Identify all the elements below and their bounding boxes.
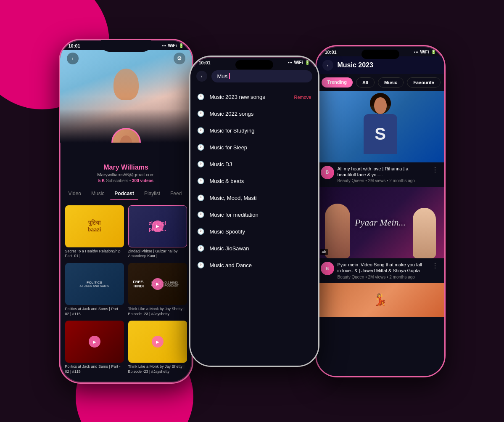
phones-container: 10:01 ▪▪▪ WiFi 🔋 ‹ ⚙ ✎ M <box>0 0 504 422</box>
view-count-2: 2M views <box>368 275 386 279</box>
suggestion-text-1: Music 2023 new songs <box>210 94 265 100</box>
chip-music[interactable]: Music <box>378 77 404 88</box>
music-header: ‹ Music 2023 <box>317 56 444 74</box>
search-suggestion-1[interactable]: 🕐 Music 2023 new songs Remove <box>190 89 318 106</box>
more-options-2[interactable]: ⋮ <box>430 262 440 279</box>
video-title-2: Pyar mein |Video Song that make you fall… <box>338 262 427 274</box>
history-icon-4: 🕐 <box>197 144 205 151</box>
tab-music[interactable]: Music <box>87 187 108 200</box>
play-button-6[interactable]: ▶ <box>152 336 164 348</box>
chip-favourite[interactable]: Favourite <box>407 77 441 88</box>
music-back-button[interactable]: ‹ <box>322 60 333 71</box>
search-suggestion-8[interactable]: 🕐 Music for meditation <box>190 207 318 223</box>
video-info-2: B Pyar mein |Video Song that make you fa… <box>317 258 444 283</box>
music-back-icon: ‹ <box>327 63 329 68</box>
profile-back-button[interactable]: ‹ <box>67 53 79 64</box>
podcast-card-1[interactable]: पुटियाbaazi Secret To a Healthy Relation… <box>65 205 124 259</box>
search-suggestion-2[interactable]: 🕐 Music 2022 songs <box>190 106 318 122</box>
channel-avatar-2: B <box>321 262 334 275</box>
music-screen: ‹ Music 2023 Trending All Music Favourit… <box>317 56 444 377</box>
podcast-card-5[interactable]: ▶ Politics at Jack and Sams | Part - 02 … <box>65 321 124 374</box>
podcast-title-4: Think Like a Monk by Jay Shetty | Episod… <box>128 307 187 316</box>
status-icons-1: ▪▪▪ WiFi 🔋 <box>162 43 184 48</box>
search-suggestion-5[interactable]: 🕐 Music DJ <box>190 156 318 173</box>
wifi-icon-1: WiFi <box>168 43 177 48</box>
chip-all[interactable]: All <box>356 77 375 88</box>
search-back-button[interactable]: ‹ <box>196 71 207 82</box>
signal-icon-1: ▪▪▪ <box>162 43 166 48</box>
suggestion-text-3: Music for Studying <box>210 127 255 134</box>
search-suggestion-11[interactable]: 🕐 Music and Dance <box>190 257 318 274</box>
suggestion-text-4: Music for Sleep <box>210 144 248 151</box>
play-button-2[interactable]: ▶ <box>152 220 164 232</box>
history-icon-7: 🕐 <box>197 194 205 202</box>
tab-podcast[interactable]: Podcast <box>110 187 138 200</box>
podcast-thumbnail-6: ▶ <box>128 321 187 363</box>
video-meta-1: All my heart with love | Rihanna | a bea… <box>338 166 427 183</box>
channel-name-1: Beauty Queen <box>338 178 364 183</box>
search-suggestion-4[interactable]: 🕐 Music for Sleep <box>190 139 318 156</box>
history-icon-1: 🕐 <box>197 93 205 101</box>
more-options-1[interactable]: ⋮ <box>430 166 440 183</box>
profile-header-image: ‹ ⚙ ✎ <box>60 50 192 143</box>
search-suggestion-9[interactable]: 🕐 Music Spootify <box>190 223 318 240</box>
video-meta-2: Pyar mein |Video Song that make you fall… <box>338 262 427 279</box>
status-time-2: 10:01 <box>199 60 211 65</box>
singer-head <box>370 93 391 114</box>
remove-button-1[interactable]: Remove <box>294 95 311 100</box>
podcast-card-2[interactable]: zindagiphise... ▶ Zindagi Phirse | Gulza… <box>128 205 187 259</box>
chip-trending[interactable]: Trending <box>322 77 353 88</box>
suggestion-text-5: Music DJ <box>210 161 232 167</box>
singer-letter: S <box>375 125 386 143</box>
singer-figure: S <box>355 93 406 160</box>
video-thumbnail-2: Pyaar Mein... 4k <box>317 187 444 258</box>
podcast-card-6[interactable]: ▶ Think Like a Monk by Jay Shetty | Epis… <box>128 321 187 374</box>
tab-playlist[interactable]: Playlist <box>140 187 164 200</box>
search-suggestion-3[interactable]: 🕐 Music for Studying <box>190 122 318 139</box>
play-button-5[interactable]: ▶ <box>89 336 100 348</box>
podcast-card-4[interactable]: FREE-HINDIINDIA'S NO.1 HINDI FINANCE POD… <box>128 263 187 316</box>
filter-chips: Trending All Music Favourite F... <box>317 74 444 91</box>
tab-video[interactable]: Video <box>64 187 85 200</box>
search-suggestion-6[interactable]: 🕐 Music & beats <box>190 173 318 190</box>
search-suggestion-10[interactable]: 🕐 Music JioSawan <box>190 240 318 257</box>
podcast-card-3[interactable]: POLITICS AT JACK AND SAM'S Politics at J… <box>65 263 124 316</box>
status-icons-3: ▪▪▪ WiFi 🔋 <box>414 50 436 54</box>
search-input-box[interactable]: Musi <box>211 70 312 82</box>
history-icon-6: 🕐 <box>197 178 205 185</box>
podcast-title-3: Politics at Jack and Sams | Part - 02 | … <box>65 307 124 316</box>
history-icon-5: 🕐 <box>197 161 205 168</box>
profile-avatar <box>111 128 141 143</box>
search-suggestion-7[interactable]: 🕐 Music, Mood, Masti <box>190 190 318 207</box>
profile-info: Mary Williams Marywilliams56@gmail.com 5… <box>60 143 192 187</box>
suggestion-text-8: Music for meditation <box>210 212 259 218</box>
profile-stats: 5 K Subscribers • 300 videos <box>67 178 185 183</box>
podcast-text-1: पुटियाbaazi <box>65 205 124 247</box>
podcast-thumbnail-4: FREE-HINDIINDIA'S NO.1 HINDI FINANCE POD… <box>128 263 187 305</box>
podcast-text-3: POLITICS AT JACK AND SAM'S <box>65 263 124 305</box>
suggestion-text-10: Music JioSawan <box>210 245 249 252</box>
music-page-title: Music 2023 <box>338 61 438 69</box>
podcast-title-5: Politics at Jack and Sams | Part - 02 | … <box>65 364 124 374</box>
suggestion-text-6: Music & beats <box>210 178 244 184</box>
profile-settings-button[interactable]: ⚙ <box>174 53 185 64</box>
video-age-1: 2 months ago <box>389 178 415 183</box>
search-cursor <box>229 73 230 79</box>
play-button-4[interactable]: ▶ <box>152 278 164 290</box>
chip-more[interactable]: F... <box>444 77 444 88</box>
dynamic-island-3 <box>362 50 399 59</box>
search-suggestion-list: 🕐 Music 2023 new songs Remove 🕐 Music 20… <box>190 86 318 276</box>
podcast-title-1: Secret To a Healthy RelationShip Part -0… <box>65 249 124 259</box>
battery-icon-1: 🔋 <box>179 43 184 48</box>
podcast-thumbnail-2: zindagiphise... ▶ <box>128 205 187 247</box>
battery-icon-2: 🔋 <box>305 60 310 65</box>
video-card-3: 💃 <box>317 283 444 317</box>
singer-face <box>374 97 387 114</box>
singer-body: S <box>364 114 397 154</box>
tab-feed[interactable]: Feed <box>166 187 186 200</box>
wifi-icon-3: WiFi <box>420 50 429 54</box>
back-arrow-icon: ‹ <box>72 56 74 61</box>
video-info-1: B All my heart with love | Rihanna | a b… <box>317 162 444 187</box>
dance-thumb: 💃 <box>317 283 444 317</box>
video-count: 300 videos <box>132 178 153 183</box>
